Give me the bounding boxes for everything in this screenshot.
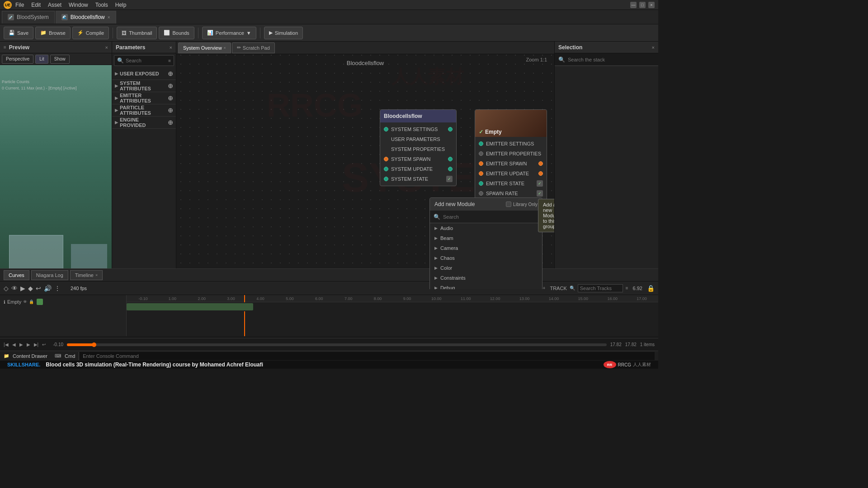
track-visible-icon[interactable]: 👁 <box>23 300 27 304</box>
params-search-input[interactable] <box>126 58 162 63</box>
lock-icon[interactable]: 🔒 <box>647 285 655 292</box>
tab-bloodsystem[interactable]: 💉 BloodSystem <box>2 11 55 23</box>
tab-niagara-log[interactable]: Niagara Log <box>31 270 68 280</box>
performance-button[interactable]: 📊 Performance ▼ <box>202 27 256 39</box>
menu-asset[interactable]: Asset <box>48 2 61 8</box>
preview-lit-button[interactable]: Lit <box>35 55 48 64</box>
selection-close-button[interactable]: × <box>652 45 655 50</box>
plus-icon[interactable]: + <box>543 286 546 291</box>
simulation-button[interactable]: ▶ Simulation <box>264 27 303 39</box>
params-panel: Parameters × 🔍 ≡ ▶ USER EXPOSED ⊕ ▶ SYST… <box>112 42 176 289</box>
popup-search-input[interactable] <box>443 214 515 220</box>
section-engine-provided-header[interactable]: ▶ ENGINE PROVIDED ⊕ <box>112 117 176 128</box>
menu-edit[interactable]: Edit <box>31 2 41 8</box>
arrow-icon[interactable]: ↩ <box>36 285 41 292</box>
audio-icon[interactable]: 🔊 <box>44 285 52 292</box>
section-add-sysattr[interactable]: ⊕ <box>168 82 173 89</box>
content-drawer-label[interactable]: Content Drawer <box>13 353 47 359</box>
next-keyframe-button[interactable]: ▶| <box>34 342 39 347</box>
tab-system-overview-close[interactable]: × <box>224 46 226 50</box>
play-button[interactable]: ▶ <box>19 342 23 347</box>
tab-bloodcellsflow[interactable]: 🌊 Bloodcellsflow × <box>56 11 116 23</box>
track-row-empty[interactable]: ℹ Empty 👁 🔒 <box>2 297 124 307</box>
menu-file[interactable]: File <box>15 2 24 8</box>
close-button[interactable]: × <box>648 2 655 8</box>
popup-item-debug[interactable]: ▶ Debug <box>430 283 542 289</box>
play-controls-icon[interactable]: ▶ <box>20 285 25 292</box>
popup-item-camera[interactable]: ▶ Camera <box>430 243 542 253</box>
params-search-bar[interactable]: 🔍 ≡ <box>114 55 174 66</box>
thumbnail-button[interactable]: 🖼 Thumbnail <box>117 27 157 39</box>
tab-system-overview[interactable]: System Overview × <box>178 42 231 53</box>
node-row-system-state[interactable]: SYSTEM STATE ✓ <box>380 174 456 184</box>
popup-item-beam[interactable]: ▶ Beam <box>430 233 542 243</box>
node-row-user-params[interactable]: USER PARAMETERS <box>380 134 456 144</box>
section-emitter-attributes-header[interactable]: ▶ EMITTER ATTRIBUTES ⊕ <box>112 92 176 104</box>
loop-button[interactable]: ↩ <box>42 342 46 347</box>
playhead[interactable] <box>244 295 245 336</box>
cmd-icon[interactable]: ⌨ <box>55 353 61 358</box>
cmd-label[interactable]: Cmd <box>65 353 75 359</box>
section-particle-attributes-header[interactable]: ▶ PARTICLE ATTRIBUTES ⊕ <box>112 104 176 116</box>
eye-icon[interactable]: 👁 <box>11 285 18 292</box>
browse-button[interactable]: 📁 Browse <box>35 27 71 39</box>
prev-frame-button[interactable]: ◀ <box>12 342 16 347</box>
content-drawer-icon[interactable]: 📁 <box>4 353 9 358</box>
node-row-emitter-props[interactable]: EMITTER PROPERTIES <box>475 149 547 159</box>
keyframe-icon[interactable]: ◇ <box>4 285 9 292</box>
popup-search-bar[interactable]: 🔍 <box>430 211 542 223</box>
node-row-system-settings[interactable]: SYSTEM SETTINGS <box>380 124 456 134</box>
panel-menu-icon[interactable]: ≡ <box>4 45 6 50</box>
popup-item-constraints[interactable]: ▶ Constraints <box>430 273 542 283</box>
preview-show-button[interactable]: Show <box>50 55 70 64</box>
node-row-emitter-spawn[interactable]: EMITTER SPAWN <box>475 159 547 169</box>
params-close-button[interactable]: × <box>170 45 172 50</box>
section-system-attributes-header[interactable]: ▶ SYSTEM ATTRIBUTES ⊕ <box>112 80 176 92</box>
section-add-emattr[interactable]: ⊕ <box>168 94 173 102</box>
node-row-emitter-state[interactable]: EMITTER STATE ✓ <box>475 178 547 188</box>
track-search-input[interactable] <box>578 284 623 292</box>
section-user-exposed-header[interactable]: ▶ USER EXPOSED ⊕ <box>112 68 176 80</box>
tab-scratch-pad[interactable]: ✏ Scratch Pad <box>232 42 275 53</box>
next-frame-button[interactable]: ▶ <box>27 342 30 347</box>
prev-keyframe-button[interactable]: |◀ <box>4 342 9 347</box>
node-row-system-props[interactable]: SYSTEM PROPERTIES <box>380 144 456 154</box>
section-add-user[interactable]: ⊕ <box>168 70 173 77</box>
selection-search-input[interactable] <box>568 57 655 62</box>
tab-curves[interactable]: Curves <box>4 270 29 280</box>
node-row-system-spawn[interactable]: SYSTEM SPAWN <box>380 154 456 164</box>
compile-button[interactable]: ⚡ Compile <box>72 27 109 39</box>
menu-help[interactable]: Help <box>115 2 127 8</box>
selection-search-bar[interactable]: 🔍 <box>555 53 658 66</box>
console-input[interactable] <box>79 352 655 360</box>
node-row-spawn-rate[interactable]: SPAWN RATE ✓ <box>475 188 547 198</box>
scrubber-bar[interactable] <box>67 343 607 346</box>
tab-timeline[interactable]: Timeline × <box>70 270 103 280</box>
diamond-icon[interactable]: ◆ <box>28 285 33 292</box>
maximize-button[interactable]: □ <box>639 2 646 8</box>
node-row-emitter-update[interactable]: EMITTER UPDATE <box>475 169 547 178</box>
menu-tools[interactable]: Tools <box>95 2 108 8</box>
preview-perspective-button[interactable]: Perspective <box>2 55 33 64</box>
bounds-button[interactable]: ⬜ Bounds <box>159 27 194 39</box>
filter-icon[interactable]: ≡ <box>168 58 171 63</box>
popup-item-color[interactable]: ▶ Color <box>430 263 542 273</box>
popup-item-chaos[interactable]: ▶ Chaos <box>430 253 542 263</box>
popup-item-audio[interactable]: ▶ Audio <box>430 223 542 233</box>
section-add-partattr[interactable]: ⊕ <box>168 107 173 114</box>
library-only-checkbox[interactable] <box>506 202 511 207</box>
save-button[interactable]: 💾 Save <box>4 27 33 39</box>
search-track-icon[interactable]: 🔍 <box>570 286 575 291</box>
section-add-engine[interactable]: ⊕ <box>168 119 173 126</box>
track-filter-icon[interactable]: ≡ <box>626 286 628 291</box>
tab-close-button[interactable]: × <box>108 15 110 20</box>
timeline-close[interactable]: × <box>95 273 98 277</box>
menu-icon[interactable]: ⋮ <box>54 285 61 292</box>
menu-window[interactable]: Window <box>69 2 88 8</box>
node-row-emitter-settings[interactable]: EMITTER SETTINGS <box>475 139 547 149</box>
node-row-system-update[interactable]: SYSTEM UPDATE <box>380 164 456 174</box>
preview-close-button[interactable]: × <box>105 45 108 50</box>
minimize-button[interactable]: — <box>630 2 637 8</box>
dot-system-settings <box>384 127 388 131</box>
track-lock-icon[interactable]: 🔒 <box>29 300 34 304</box>
